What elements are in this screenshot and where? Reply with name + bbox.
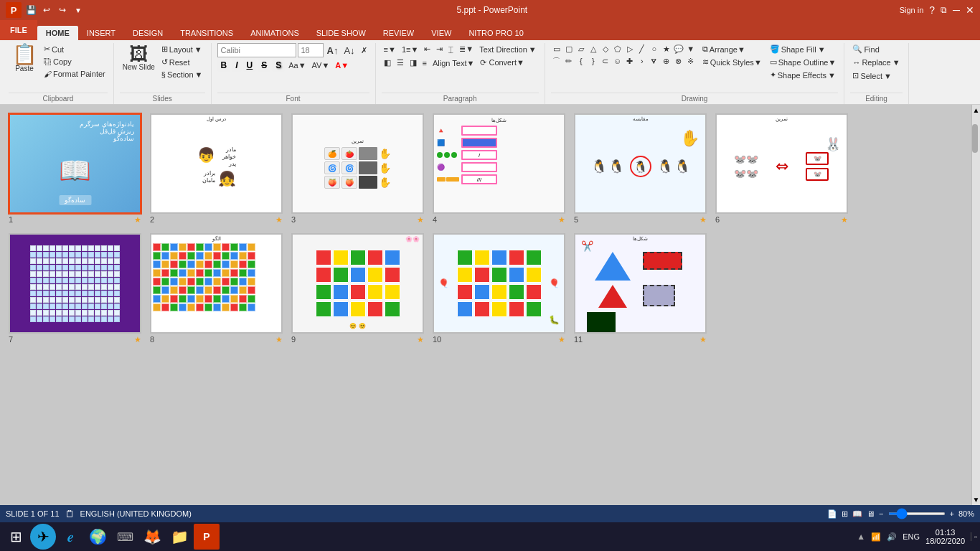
new-slide-button[interactable]: 🖼 New Slide <box>120 43 158 72</box>
align-text-button[interactable]: Align Text▼ <box>430 57 476 69</box>
tab-view[interactable]: VIEW <box>423 26 460 40</box>
char-spacing-button[interactable]: AV▼ <box>310 60 332 71</box>
scroll-down[interactable]: ▼ <box>971 494 980 505</box>
slide-frame-2[interactable]: درس اول 👦 مادرخواهرپدر برادرمامان 👧 <box>150 113 283 214</box>
sign-in-link[interactable]: Sign in <box>900 6 924 14</box>
scrollbar[interactable]: ▲ ▼ <box>971 105 980 505</box>
slide-frame-3[interactable]: تمرین 🍊 🍅 ✋ 🌀 🌀 ✋ 🍑 🍑 <box>291 113 424 214</box>
slide-item-9[interactable]: 🌸🌸 const sq=['#ee3333','#ffdd00','#22aa2… <box>291 233 424 344</box>
taskbar-show-desktop[interactable]: ▫ <box>971 532 977 541</box>
shape-fill-button[interactable]: 🪣 Shape Fill ▼ <box>768 43 839 55</box>
slide-item-2[interactable]: درس اول 👦 مادرخواهرپدر برادرمامان 👧 <box>150 113 283 225</box>
align-center-button[interactable]: ☰ <box>395 57 406 69</box>
tab-animations[interactable]: ANIMATIONS <box>242 26 308 40</box>
slide-item-10[interactable]: 🎈 🎈 const sq2=['#22aa22','#ffdd00','#338… <box>433 233 565 344</box>
tab-transitions[interactable]: TRANSITIONS <box>171 26 242 40</box>
shape-triangle[interactable]: △ <box>588 43 599 55</box>
reset-button[interactable]: ↺ Reset <box>159 56 205 68</box>
taskbar-telegram[interactable]: ✈ <box>30 524 56 550</box>
justify-button[interactable]: ≡ <box>420 57 429 69</box>
notes-panel-icon[interactable]: 📄 <box>827 509 837 519</box>
paste-button[interactable]: 📋 Paste <box>9 43 40 74</box>
scroll-thumb[interactable] <box>972 124 978 153</box>
tab-slideshow[interactable]: SLIDE SHOW <box>308 26 374 40</box>
numbered-list-button[interactable]: 1≡▼ <box>400 44 420 55</box>
shape-diamond[interactable]: ◇ <box>600 43 611 55</box>
presenter-view-icon[interactable]: 🖥 <box>867 509 875 518</box>
decrease-font-button[interactable]: A↓ <box>341 44 357 57</box>
shape-chevron[interactable]: › <box>636 55 648 67</box>
shape-parallelogram[interactable]: ▱ <box>575 43 587 55</box>
taskbar-volume[interactable]: 🔊 <box>887 532 897 542</box>
shape-cylinder[interactable]: ⊂ <box>600 55 611 67</box>
shape-cross[interactable]: ✚ <box>624 55 636 67</box>
shape-callout[interactable]: 💬 <box>673 43 684 55</box>
slide-item-6[interactable]: تمرین 🐭🐭 🐭🐭 ⇔ 🐭 🐭 <box>715 113 848 225</box>
decrease-indent-button[interactable]: ⇤ <box>422 43 433 55</box>
shape-curve[interactable]: ⌒ <box>551 55 562 67</box>
tab-home[interactable]: HOME <box>37 26 78 40</box>
shape-ribbon[interactable]: ⛛ <box>649 55 660 67</box>
taskbar-folder[interactable]: 📁 <box>166 524 192 550</box>
taskbar-ie[interactable]: 𝒆 <box>57 524 83 550</box>
italic-button[interactable]: I <box>232 59 241 72</box>
text-direction-button[interactable]: Text Direction▼ <box>477 44 539 55</box>
slide-item-1[interactable]: يادتواژه‌هاي سرگرمريزش قل‌قلساده‌گو 📖 سا… <box>9 113 141 225</box>
tab-nitro[interactable]: NITRO PRO 10 <box>460 26 532 40</box>
shape-custom2[interactable]: ※ <box>685 55 697 67</box>
reading-view-icon[interactable]: 📖 <box>852 509 862 519</box>
shape-star[interactable]: ★ <box>661 43 672 55</box>
start-button[interactable]: ⊞ <box>3 524 29 550</box>
help-icon[interactable]: ? <box>929 4 935 16</box>
slide-item-11[interactable]: شکل‌ها ✂️ <box>574 233 707 344</box>
customize-icon[interactable]: ▼ <box>72 4 85 17</box>
underline-button[interactable]: U <box>243 59 257 72</box>
increase-font-button[interactable]: A↑ <box>325 44 341 57</box>
change-case-button[interactable]: Aa▼ <box>286 60 308 71</box>
shape-line[interactable]: ╱ <box>636 43 648 55</box>
slide-frame-4[interactable]: شکل‌ها 🔺 🟦 / 🟣 <box>433 113 565 214</box>
slide-show-icon[interactable]: ⊞ <box>842 509 848 519</box>
bold-button[interactable]: B <box>217 59 231 72</box>
tab-design[interactable]: DESIGN <box>124 26 171 40</box>
zoom-in-icon[interactable]: + <box>950 509 954 518</box>
save-icon[interactable]: 💾 <box>24 4 37 17</box>
select-button[interactable]: ⊡ Select▼ <box>850 70 893 82</box>
notes-icon[interactable]: 🗒 <box>65 509 75 519</box>
bullet-list-button[interactable]: ≡▼ <box>382 44 398 55</box>
shape-brace-left[interactable]: { <box>575 55 587 67</box>
shape-smiley[interactable]: ☺ <box>612 55 623 67</box>
find-button[interactable]: 🔍 Find <box>850 43 881 55</box>
align-left-button[interactable]: ◧ <box>382 57 393 69</box>
close-icon[interactable]: ✕ <box>966 4 974 16</box>
slide-item-7[interactable]: for(let r=0;r<12;r++){for(let c=0;c<14;c… <box>9 233 141 344</box>
slide-frame-8[interactable]: الگو const colors=['#ee3333','#22aa22','… <box>150 233 283 334</box>
slide-item-4[interactable]: شکل‌ها 🔺 🟦 / 🟣 <box>433 113 565 225</box>
font-size-input[interactable] <box>298 43 324 57</box>
redo-icon[interactable]: ↪ <box>56 4 69 17</box>
quick-styles-button[interactable]: ≋ Quick Styles ▼ <box>699 56 765 68</box>
shape-rounded-rect[interactable]: ▢ <box>563 43 575 55</box>
scroll-up[interactable]: ▲ <box>971 105 980 116</box>
increase-indent-button[interactable]: ⇥ <box>434 43 445 55</box>
shape-effects-button[interactable]: ✦ Shape Effects▼ <box>768 69 839 81</box>
taskbar-arrow[interactable]: ▲ <box>857 532 865 542</box>
taskbar-network[interactable]: 📶 <box>871 532 881 542</box>
copy-button[interactable]: ⿻ Copy <box>42 56 108 67</box>
shape-pentagon[interactable]: ⬠ <box>612 43 623 55</box>
taskbar-keyboard[interactable]: ⌨ <box>112 524 138 550</box>
slide-item-8[interactable]: الگو const colors=['#ee3333','#22aa22','… <box>150 233 283 344</box>
slide-item-3[interactable]: تمرین 🍊 🍅 ✋ 🌀 🌀 ✋ 🍑 🍑 <box>291 113 424 225</box>
slide-frame-11[interactable]: شکل‌ها ✂️ <box>574 233 707 334</box>
replace-button[interactable]: ↔ Replace▼ <box>850 57 902 68</box>
shape-rect[interactable]: ▭ <box>551 43 562 55</box>
arrange-button[interactable]: ⧉ Arrange ▼ <box>699 43 765 55</box>
strikethrough-button[interactable]: S <box>258 59 270 72</box>
slide-frame-10[interactable]: 🎈 🎈 const sq2=['#22aa22','#ffdd00','#338… <box>433 233 565 334</box>
shadow-button[interactable]: S <box>272 59 285 72</box>
shape-custom1[interactable]: ⊗ <box>673 55 684 67</box>
clear-formatting-button[interactable]: ✗ <box>359 44 369 57</box>
slides-scroll-area[interactable]: يادتواژه‌هاي سرگرمريزش قل‌قلساده‌گو 📖 سا… <box>0 105 971 505</box>
shape-freeform[interactable]: ✏ <box>563 55 575 67</box>
shape-more[interactable]: ▼ <box>685 43 697 55</box>
